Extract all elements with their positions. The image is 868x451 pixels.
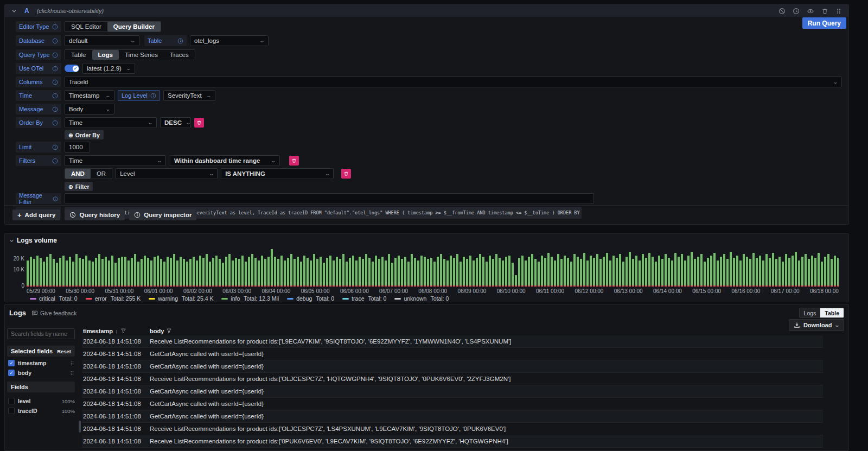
- sort-desc-icon[interactable]: ↓: [115, 328, 118, 334]
- drag-handle-icon[interactable]: [69, 360, 75, 366]
- legend-item-unknown[interactable]: unknownTotal: 0: [394, 295, 449, 302]
- info-icon[interactable]: [150, 93, 156, 99]
- conjunction-or[interactable]: OR: [91, 169, 112, 179]
- remove-order-by-button[interactable]: [194, 118, 204, 128]
- hide-response-icon[interactable]: [807, 8, 814, 15]
- timestamp-cell: 2024-06-18 14:51:08: [82, 388, 150, 395]
- table-row[interactable]: 2024-06-18 14:51:08GetCartAsync called w…: [82, 398, 823, 410]
- legend-item-trace[interactable]: traceTotal: 0: [342, 295, 386, 302]
- table-row[interactable]: 2024-06-18 14:51:08Receive ListRecommend…: [82, 435, 823, 448]
- volume-bar: [684, 261, 686, 287]
- legend-label: error: [95, 295, 107, 302]
- info-icon[interactable]: [53, 196, 58, 202]
- info-icon[interactable]: [52, 93, 58, 99]
- info-icon[interactable]: [52, 24, 58, 30]
- message-filter-input[interactable]: [65, 193, 594, 204]
- search-fields-input[interactable]: [7, 328, 75, 339]
- table-row[interactable]: 2024-06-18 14:51:08GetCartAsync called w…: [82, 410, 823, 423]
- reset-fields-button[interactable]: Reset: [57, 348, 71, 354]
- table-row[interactable]: 2024-06-18 14:51:08Receive ListRecommend…: [82, 423, 823, 435]
- add-query-button[interactable]: +Add query: [12, 209, 60, 220]
- table-row[interactable]: 2024-06-18 14:51:08Receive ListRecommend…: [82, 335, 823, 348]
- checkbox-checked[interactable]: ✓: [8, 360, 15, 366]
- query-type-table[interactable]: Table: [65, 50, 92, 60]
- use-otel-toggle[interactable]: ✓: [65, 65, 79, 72]
- conjunction-and[interactable]: AND: [65, 169, 91, 179]
- legend-total: Total: 0: [316, 295, 334, 302]
- legend-item-warning[interactable]: warningTotal: 25.4 K: [149, 295, 213, 302]
- time-column-select[interactable]: Timestamp⌄: [65, 90, 114, 101]
- drag-handle-icon[interactable]: [835, 8, 842, 15]
- legend-item-debug[interactable]: debugTotal: 0: [287, 295, 334, 302]
- view-toggle-table[interactable]: Table: [820, 308, 844, 317]
- checkbox-unchecked[interactable]: [8, 398, 15, 404]
- query-inspector-button[interactable]: Query inspector: [129, 209, 196, 220]
- filter2-operator-select[interactable]: IS ANYTHING⌄: [221, 168, 334, 179]
- info-icon[interactable]: [52, 144, 58, 150]
- drag-handle-icon[interactable]: [69, 370, 75, 376]
- editor-type-query-builder[interactable]: Query Builder: [107, 22, 161, 31]
- body-column-header[interactable]: body: [150, 328, 172, 334]
- database-select[interactable]: default⌄: [65, 35, 139, 46]
- log-level-column-select[interactable]: SeverityText⌄: [163, 90, 215, 101]
- query-history-button[interactable]: Query history: [65, 209, 125, 220]
- info-icon[interactable]: [177, 38, 183, 44]
- legend-item-error[interactable]: errorTotal: 255 K: [86, 295, 141, 302]
- filter2-field-select[interactable]: Level⌄: [116, 168, 218, 179]
- body-cell: GetCartAsync called with userId={userId}: [150, 413, 264, 420]
- table-row[interactable]: 2024-06-18 14:51:08GetCartAsync called w…: [82, 385, 823, 398]
- query-history-icon[interactable]: [793, 8, 800, 15]
- volume-bar: [801, 257, 803, 287]
- info-icon[interactable]: [52, 79, 58, 85]
- collapse-chevron-icon[interactable]: [11, 8, 17, 14]
- order-by-field-select[interactable]: Time⌄: [65, 117, 157, 128]
- otel-version-select[interactable]: latest (1.2.9)⌄: [82, 63, 135, 74]
- info-icon[interactable]: [52, 106, 58, 112]
- message-column-select[interactable]: Body⌄: [65, 104, 114, 115]
- disable-query-icon[interactable]: [778, 8, 786, 15]
- table-select[interactable]: otel_logs⌄: [190, 35, 269, 46]
- query-type-time-series[interactable]: Time Series: [119, 50, 164, 60]
- collapse-chevron-icon[interactable]: [9, 238, 14, 243]
- query-row-header[interactable]: A (clickhouse-observability): [5, 5, 848, 17]
- filter-operator-select[interactable]: Within dashboard time range⌄: [170, 155, 280, 166]
- columns-multiselect[interactable]: TraceId⌄: [65, 77, 842, 87]
- volume-bar: [98, 254, 100, 287]
- table-row[interactable]: 2024-06-18 14:51:08GetCartAsync called w…: [82, 360, 823, 373]
- info-icon[interactable]: [52, 158, 58, 164]
- info-icon[interactable]: [52, 66, 58, 72]
- table-row[interactable]: 2024-06-18 14:51:08GetCartAsync called w…: [82, 348, 823, 360]
- limit-input[interactable]: 1000: [65, 142, 90, 153]
- volume-bar: [215, 256, 218, 287]
- add-filter-button[interactable]: ⊕Filter: [65, 182, 93, 191]
- table-row[interactable]: 2024-06-18 14:51:08Receive ListRecommend…: [82, 373, 823, 385]
- legend-item-critical[interactable]: criticalTotal: 0: [30, 295, 78, 302]
- info-icon[interactable]: [52, 120, 58, 126]
- volume-bar: [733, 258, 735, 287]
- filter-field-select[interactable]: Time⌄: [65, 155, 166, 166]
- sidebar-scrollbar[interactable]: [79, 421, 81, 433]
- volume-bar: [805, 254, 807, 287]
- delete-query-icon[interactable]: [821, 8, 828, 15]
- logs-volume-chart[interactable]: [27, 247, 839, 287]
- view-toggle-logs[interactable]: Logs: [800, 308, 821, 317]
- filter-funnel-icon[interactable]: [120, 328, 126, 334]
- volume-bar: [583, 253, 585, 287]
- order-direction-select[interactable]: DESC⌄: [160, 117, 191, 128]
- info-icon[interactable]: [52, 52, 58, 58]
- query-type-traces[interactable]: Traces: [164, 50, 195, 60]
- remove-filter2-button[interactable]: [341, 169, 351, 179]
- checkbox-checked[interactable]: ✓: [8, 370, 15, 376]
- query-type-logs[interactable]: Logs: [92, 50, 119, 60]
- editor-type-sql-editor[interactable]: SQL Editor: [65, 22, 107, 31]
- add-order-by-button[interactable]: ⊕Order By: [65, 130, 104, 139]
- legend-item-info[interactable]: infoTotal: 12.3 Mil: [221, 295, 279, 302]
- filter-funnel-icon[interactable]: [166, 328, 172, 334]
- checkbox-unchecked[interactable]: [8, 408, 15, 414]
- give-feedback-link[interactable]: Give feedback: [31, 310, 76, 316]
- history-icon: [69, 212, 76, 218]
- remove-filter-button[interactable]: [289, 156, 299, 166]
- info-icon[interactable]: [52, 38, 58, 44]
- timestamp-column-header[interactable]: timestamp ↓: [82, 328, 150, 334]
- volume-bar: [525, 261, 527, 287]
